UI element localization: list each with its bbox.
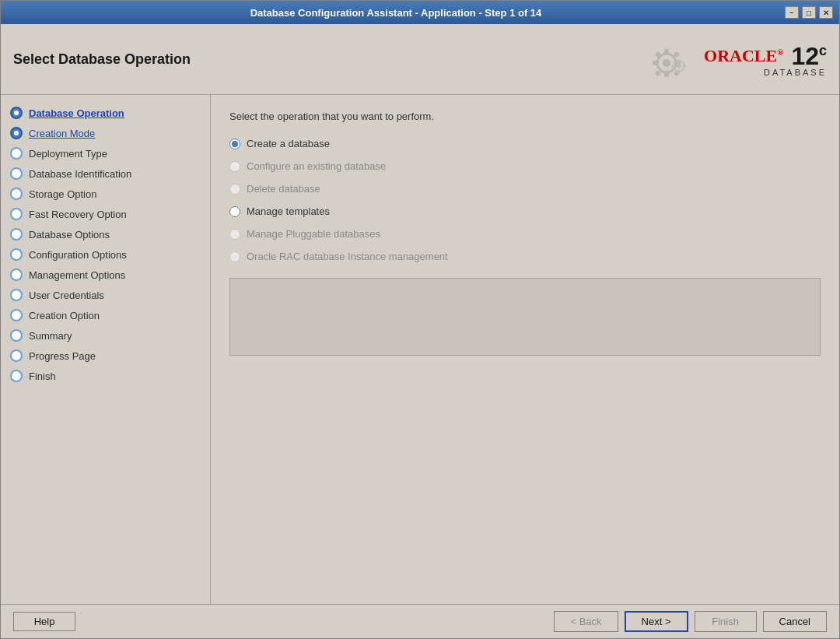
window-controls: − □ ✕ [785, 6, 833, 19]
sidebar-item-database-identification[interactable]: Database Identification [1, 163, 210, 184]
sidebar-item-fast-recovery-option[interactable]: Fast Recovery Option [1, 204, 210, 224]
radio-create-db[interactable] [229, 139, 240, 149]
sidebar: Database Operation Creation Mode Deploym… [1, 95, 211, 604]
radio-configure-existing[interactable] [229, 161, 240, 172]
minimize-button[interactable]: − [785, 6, 799, 19]
sidebar-label-user-credentials: User Credentials [29, 290, 104, 301]
sidebar-item-creation-mode[interactable]: Creation Mode [1, 123, 210, 143]
radio-label-delete-db: Delete database [247, 183, 320, 195]
description-box [229, 278, 821, 356]
sidebar-label-database-operation: Database Operation [29, 107, 124, 119]
sidebar-item-database-options[interactable]: Database Options [1, 224, 210, 244]
right-content-panel: Select the operation that you want to pe… [211, 95, 839, 604]
oracle-name: ORACLE® [704, 46, 783, 66]
operation-radio-group: Create a database Configure an existing … [229, 138, 821, 262]
cancel-button[interactable]: Cancel [763, 611, 827, 632]
svg-rect-12 [677, 59, 681, 62]
radio-item-delete-db[interactable]: Delete database [229, 183, 821, 195]
sidebar-item-configuration-options[interactable]: Configuration Options [1, 244, 210, 265]
sidebar-label-storage-option: Storage Option [29, 188, 96, 200]
svg-rect-2 [664, 49, 669, 55]
sidebar-label-fast-recovery-option: Fast Recovery Option [29, 209, 127, 220]
next-button[interactable]: Next > [625, 611, 688, 632]
sidebar-dot-management-options [10, 269, 23, 281]
svg-rect-4 [653, 61, 659, 65]
radio-item-configure-existing[interactable]: Configure an existing database [229, 160, 821, 172]
sidebar-label-database-identification: Database Identification [29, 168, 131, 180]
sidebar-dot-finish [10, 370, 23, 382]
oracle-version: 12c [791, 42, 827, 71]
radio-item-oracle-rac[interactable]: Oracle RAC database Instance management [229, 251, 821, 262]
oracle-brand-text: ORACLE® 12c [704, 42, 827, 71]
oracle-database-label: DATABASE [764, 68, 827, 77]
close-button[interactable]: ✕ [819, 6, 833, 19]
sidebar-dot-storage-option [10, 188, 23, 200]
sidebar-label-deployment-type: Deployment Type [29, 148, 107, 160]
window-title: Database Configuration Assistant - Appli… [7, 7, 785, 19]
instruction-text: Select the operation that you want to pe… [229, 111, 821, 122]
radio-label-manage-pluggable: Manage Pluggable databases [247, 228, 380, 240]
bottom-toolbar: Help < Back Next > Finish Cancel [1, 604, 839, 638]
sidebar-dot-progress-page [10, 349, 23, 362]
oracle-logo-area: ORACLE® 12c DATABASE [635, 32, 827, 86]
sidebar-label-creation-mode: Creation Mode [29, 128, 95, 139]
gear-decoration-icon [635, 32, 698, 86]
sidebar-item-summary[interactable]: Summary [1, 325, 210, 346]
back-button[interactable]: < Back [554, 611, 618, 632]
help-button[interactable]: Help [13, 612, 75, 631]
sidebar-item-storage-option[interactable]: Storage Option [1, 184, 210, 204]
sidebar-dot-creation-option [10, 309, 23, 321]
sidebar-label-finish: Finish [29, 370, 56, 382]
sidebar-item-finish[interactable]: Finish [1, 366, 210, 386]
sidebar-dot-configuration-options [10, 248, 23, 261]
sidebar-label-summary: Summary [29, 330, 72, 342]
sidebar-dot-database-operation [10, 107, 23, 119]
radio-item-manage-templates[interactable]: Manage templates [229, 205, 821, 217]
sidebar-item-progress-page[interactable]: Progress Page [1, 346, 210, 366]
svg-point-11 [677, 64, 681, 68]
sidebar-item-creation-option[interactable]: Creation Option [1, 305, 210, 325]
radio-label-manage-templates: Manage templates [247, 205, 330, 217]
main-window: Database Configuration Assistant - Appli… [0, 0, 840, 639]
finish-button[interactable]: Finish [695, 611, 757, 632]
restore-button[interactable]: □ [802, 6, 816, 19]
radio-manage-pluggable[interactable] [229, 229, 240, 240]
titlebar: Database Configuration Assistant - Appli… [1, 1, 839, 24]
radio-item-create-db[interactable]: Create a database [229, 138, 821, 149]
sidebar-item-deployment-type[interactable]: Deployment Type [1, 143, 210, 163]
radio-label-configure-existing: Configure an existing database [247, 160, 386, 172]
oracle-logo: ORACLE® 12c DATABASE [704, 42, 827, 77]
radio-label-oracle-rac: Oracle RAC database Instance management [247, 251, 448, 262]
svg-rect-15 [683, 65, 686, 68]
sidebar-dot-creation-mode [10, 127, 23, 139]
main-content-area: Database Operation Creation Mode Deploym… [1, 95, 839, 604]
sidebar-item-management-options[interactable]: Management Options [1, 265, 210, 285]
svg-rect-3 [664, 71, 669, 77]
sidebar-label-management-options: Management Options [29, 269, 125, 281]
page-title: Select Database Operation [13, 51, 191, 68]
radio-label-create-db: Create a database [247, 138, 330, 149]
sidebar-item-user-credentials[interactable]: User Credentials [1, 285, 210, 305]
sidebar-label-database-options: Database Options [29, 229, 110, 241]
sidebar-dot-database-options [10, 228, 23, 241]
sidebar-label-progress-page: Progress Page [29, 350, 96, 362]
svg-rect-14 [672, 65, 675, 68]
sidebar-dot-deployment-type [10, 147, 23, 160]
svg-point-1 [663, 59, 670, 67]
sidebar-dot-database-identification [10, 167, 23, 180]
sidebar-dot-summary [10, 329, 23, 342]
sidebar-dot-fast-recovery-option [10, 208, 23, 220]
radio-manage-templates[interactable] [229, 206, 240, 217]
radio-delete-db[interactable] [229, 184, 240, 195]
svg-rect-13 [677, 70, 681, 73]
page-header: Select Database Operation [1, 24, 839, 95]
radio-item-manage-pluggable[interactable]: Manage Pluggable databases [229, 228, 821, 240]
navigation-buttons: < Back Next > Finish Cancel [554, 611, 827, 632]
sidebar-label-configuration-options: Configuration Options [29, 249, 127, 261]
sidebar-item-database-operation[interactable]: Database Operation [1, 103, 210, 123]
sidebar-dot-user-credentials [10, 289, 23, 301]
sidebar-label-creation-option: Creation Option [29, 310, 100, 321]
radio-oracle-rac[interactable] [229, 251, 240, 262]
